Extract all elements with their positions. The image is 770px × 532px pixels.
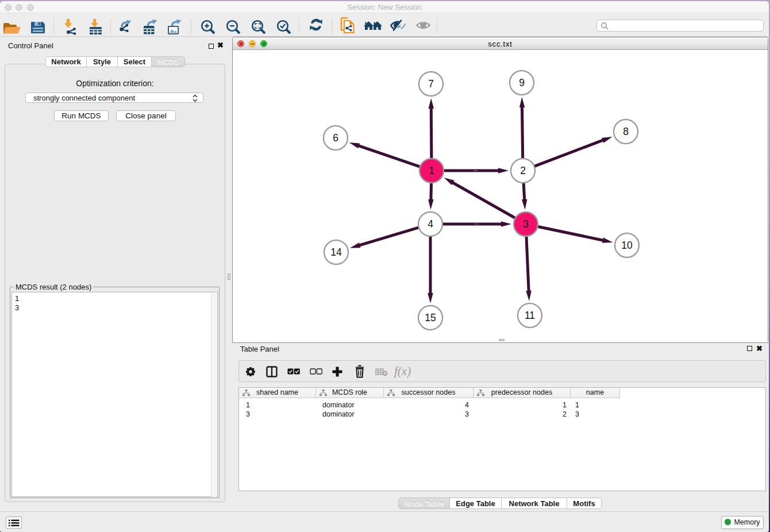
svg-text:9: 9 bbox=[519, 77, 525, 88]
svg-text:10: 10 bbox=[621, 240, 633, 251]
svg-text:1: 1 bbox=[429, 165, 434, 176]
svg-text:14: 14 bbox=[330, 246, 342, 258]
svg-text:2: 2 bbox=[520, 165, 526, 176]
svg-text:4: 4 bbox=[428, 218, 433, 230]
svg-text:11: 11 bbox=[525, 310, 535, 321]
svg-text:3: 3 bbox=[523, 218, 529, 230]
svg-text:6: 6 bbox=[333, 132, 338, 144]
svg-text:15: 15 bbox=[425, 312, 436, 323]
svg-text:7: 7 bbox=[428, 78, 434, 90]
svg-text:8: 8 bbox=[623, 126, 629, 137]
